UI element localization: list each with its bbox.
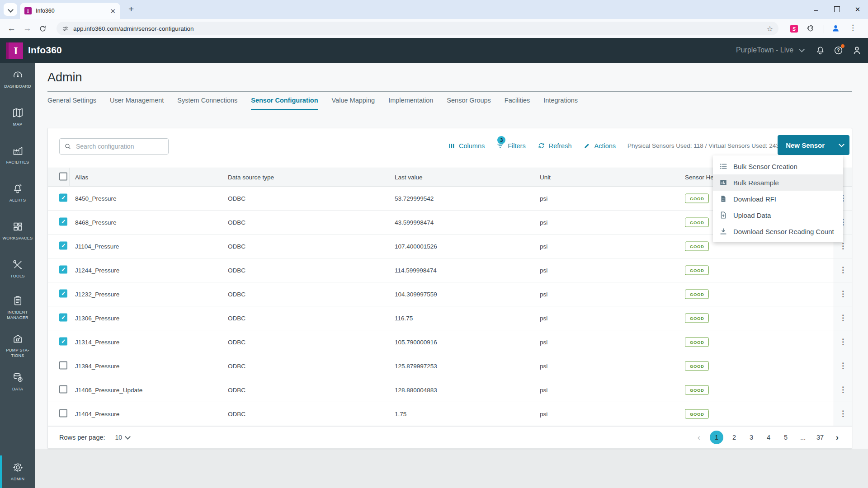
row-menu-icon[interactable]: ⋮ bbox=[839, 412, 847, 416]
sidebar-item-incident-manager[interactable]: INCIDENT MANAGER bbox=[0, 295, 35, 320]
refresh-icon bbox=[538, 142, 545, 150]
tab-integrations[interactable]: Integrations bbox=[543, 97, 578, 110]
sidebar-item-alerts[interactable]: ALERTS bbox=[0, 183, 35, 203]
columns-button[interactable]: Columns bbox=[448, 142, 485, 150]
actions-button[interactable]: Actions bbox=[583, 142, 616, 150]
row-menu-icon[interactable]: ⋮ bbox=[839, 244, 847, 248]
previous-page-icon[interactable]: ‹ bbox=[693, 431, 705, 444]
bookmark-star-icon[interactable]: ☆ bbox=[767, 24, 773, 33]
menu-item-download-rfi[interactable]: Download RFI bbox=[713, 191, 843, 207]
page-number[interactable]: 3 bbox=[745, 431, 758, 444]
sensor-health-badge: GOOD bbox=[685, 314, 709, 323]
menu-item-upload-data[interactable]: Upload Data bbox=[713, 207, 843, 223]
chevron-down-icon bbox=[125, 434, 131, 440]
page-number[interactable]: 4 bbox=[762, 431, 775, 444]
tab-system-connections[interactable]: System Connections bbox=[177, 97, 237, 110]
new-tab-button[interactable]: + bbox=[128, 4, 134, 14]
row-checkbox[interactable] bbox=[59, 266, 67, 274]
svg-text:?: ? bbox=[837, 47, 840, 53]
page-number[interactable]: 2 bbox=[728, 431, 741, 444]
cell-last-value: 105.790000916 bbox=[395, 339, 437, 346]
sensor-health-badge: GOOD bbox=[685, 242, 709, 251]
table-row: J1394_Pressure ODBC 125.879997253 psi GO… bbox=[48, 354, 852, 378]
menu-item-bulk-sensor-creation[interactable]: Bulk Sensor Creation bbox=[713, 158, 843, 174]
sidebar-item-data[interactable]: DATA bbox=[0, 371, 35, 392]
rows-per-page-select[interactable]: 10 bbox=[115, 434, 130, 441]
sidebar-item-dashboard[interactable]: DASHBOARD bbox=[0, 69, 35, 89]
pagination-bar: Rows per page: 10 ‹ 1 2 3 4 5 ... 37 › bbox=[48, 426, 852, 448]
reload-icon[interactable] bbox=[39, 25, 47, 33]
filters-button[interactable]: Filters 3 bbox=[496, 142, 525, 150]
column-header-last-value[interactable]: Last value bbox=[395, 174, 423, 181]
environment-selector[interactable]: PurpleTown - Live bbox=[736, 46, 804, 54]
row-checkbox[interactable] bbox=[59, 361, 67, 370]
cell-alias: J1244_Pressure bbox=[75, 267, 119, 274]
tab-sensor-groups[interactable]: Sensor Groups bbox=[447, 97, 491, 110]
pencil-icon bbox=[583, 142, 590, 150]
extensions-puzzle-icon[interactable] bbox=[807, 24, 815, 33]
maximize-button[interactable] bbox=[826, 6, 847, 14]
row-menu-icon[interactable]: ⋮ bbox=[839, 340, 847, 344]
sidebar-item-workspaces[interactable]: WORKSPACES bbox=[0, 221, 35, 241]
tab-close-icon[interactable]: ✕ bbox=[110, 8, 116, 14]
page-number[interactable]: 5 bbox=[779, 431, 792, 444]
sidebar-item-facilities[interactable]: FACILITIES bbox=[0, 145, 35, 165]
sidebar-item-map[interactable]: MAP bbox=[0, 107, 35, 127]
column-header-alias[interactable]: Alias bbox=[75, 174, 88, 181]
new-sensor-button[interactable]: New Sensor bbox=[778, 135, 849, 155]
sidebar-item-tools[interactable]: TOOLS bbox=[0, 258, 35, 279]
row-checkbox[interactable] bbox=[59, 314, 67, 322]
row-menu-icon[interactable]: ⋮ bbox=[839, 388, 847, 392]
minimize-button[interactable]: – bbox=[806, 6, 826, 14]
tab-facilities[interactable]: Facilities bbox=[505, 97, 530, 110]
forward-icon[interactable]: → bbox=[23, 23, 32, 33]
row-checkbox[interactable] bbox=[59, 385, 67, 394]
address-bar[interactable]: app.info360.com/admin/sensor-configurati… bbox=[57, 22, 778, 35]
select-all-checkbox[interactable] bbox=[59, 173, 67, 181]
site-info-icon[interactable] bbox=[62, 25, 69, 32]
notifications-bell-icon[interactable] bbox=[815, 45, 826, 56]
close-button[interactable]: ✕ bbox=[847, 5, 868, 14]
tab-value-mapping[interactable]: Value Mapping bbox=[332, 97, 375, 110]
tab-search-button[interactable] bbox=[4, 3, 17, 16]
refresh-button[interactable]: Refresh bbox=[538, 142, 572, 150]
column-header-unit[interactable]: Unit bbox=[540, 174, 551, 181]
page-number[interactable]: 37 bbox=[814, 431, 826, 444]
page-number[interactable]: 1 bbox=[710, 431, 723, 444]
tab-implementation[interactable]: Implementation bbox=[388, 97, 433, 110]
row-menu-icon[interactable]: ⋮ bbox=[839, 364, 847, 368]
sidebar-item-admin[interactable]: ADMIN bbox=[0, 455, 35, 488]
help-icon[interactable]: ? bbox=[833, 45, 844, 57]
user-profile-icon[interactable] bbox=[852, 45, 862, 56]
row-menu-icon[interactable]: ⋮ bbox=[839, 316, 847, 320]
tab-general-settings[interactable]: General Settings bbox=[47, 97, 96, 110]
bell-icon bbox=[12, 183, 24, 195]
menu-item-bulk-resample[interactable]: Bulk Resample bbox=[713, 174, 843, 191]
row-checkbox[interactable] bbox=[59, 242, 67, 250]
column-header-data-source-type[interactable]: Data source type bbox=[228, 174, 274, 181]
browser-tab[interactable]: I Info360 ✕ bbox=[20, 3, 120, 19]
search-input[interactable] bbox=[75, 142, 164, 150]
info360-favicon: I bbox=[24, 7, 32, 14]
sensor-health-badge: GOOD bbox=[685, 218, 709, 227]
cell-data-source-type: ODBC bbox=[228, 315, 245, 322]
row-checkbox[interactable] bbox=[59, 409, 67, 418]
cell-data-source-type: ODBC bbox=[228, 339, 245, 346]
page-numbers: ‹ 1 2 3 4 5 ... 37 › bbox=[693, 431, 844, 444]
new-sensor-dropdown-toggle[interactable] bbox=[833, 135, 849, 155]
row-checkbox[interactable] bbox=[59, 218, 67, 226]
menu-item-download-sensor-reading-count[interactable]: Download Sensor Reading Count bbox=[713, 223, 843, 239]
profile-avatar-icon[interactable] bbox=[831, 23, 840, 33]
tab-sensor-configuration[interactable]: Sensor Configuration bbox=[251, 97, 318, 110]
row-menu-icon[interactable]: ⋮ bbox=[839, 292, 847, 296]
back-icon[interactable]: ← bbox=[7, 23, 16, 33]
row-checkbox[interactable] bbox=[59, 338, 67, 346]
row-menu-icon[interactable]: ⋮ bbox=[839, 268, 847, 272]
browser-menu-icon[interactable]: ⋮ bbox=[849, 23, 857, 33]
sidebar-item-pump-stations[interactable]: PUMP STA-TIONS bbox=[0, 333, 35, 358]
pink-extension-icon[interactable]: S bbox=[790, 25, 798, 33]
tab-user-management[interactable]: User Management bbox=[110, 97, 164, 110]
next-page-icon[interactable]: › bbox=[831, 431, 844, 444]
row-checkbox[interactable] bbox=[59, 194, 67, 202]
row-checkbox[interactable] bbox=[59, 290, 67, 298]
